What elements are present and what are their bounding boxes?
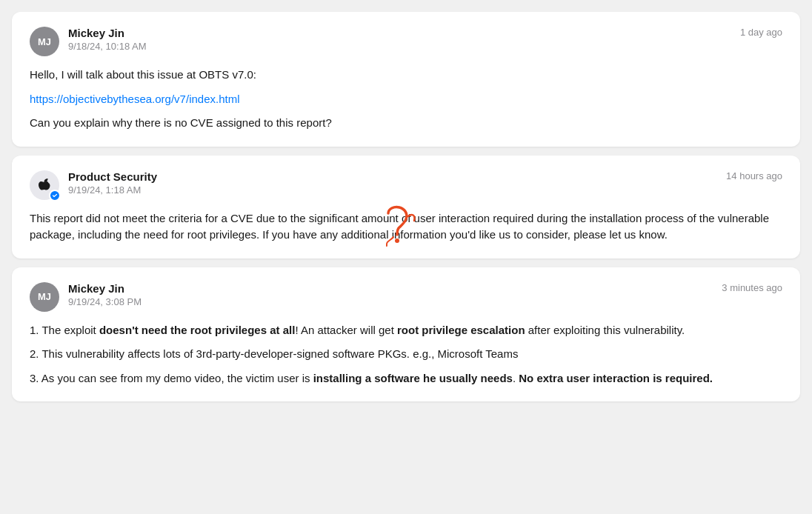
body-item-3-2: 2. This vulnerability affects lots of 3r… xyxy=(30,346,782,363)
body-text-2: This report did not meet the criteria fo… xyxy=(30,210,782,244)
sender-name-3: Mickey Jin xyxy=(68,282,142,295)
header-left-3: MJ Mickey Jin 9/19/24, 3:08 PM xyxy=(30,282,142,312)
sender-name-2: Product Security xyxy=(68,170,157,183)
avatar-2 xyxy=(30,170,59,200)
avatar-3: MJ xyxy=(30,282,59,312)
body-item-3-1: 1. The exploit doesn't need the root pri… xyxy=(30,322,782,339)
message-card-1: MJ Mickey Jin 9/18/24, 10:18 AM 1 day ag… xyxy=(12,12,800,147)
timestamp-3: 9/19/24, 3:08 PM xyxy=(68,296,142,307)
message-card-2: Product Security 9/19/24, 1:18 AM 14 hou… xyxy=(12,156,800,258)
body-text-1b: Can you explain why there is no CVE assi… xyxy=(30,115,782,132)
bold-3: installing a software he usually needs xyxy=(313,372,513,384)
message-body-1: Hello, I will talk about this issue at O… xyxy=(30,67,782,132)
time-ago-3: 3 minutes ago xyxy=(722,282,782,293)
checkmark-icon xyxy=(52,193,58,198)
verified-badge xyxy=(49,190,61,201)
time-ago-2: 14 hours ago xyxy=(726,170,782,181)
avatar-initials-1: MJ xyxy=(38,36,51,47)
message-card-3: MJ Mickey Jin 9/19/24, 3:08 PM 3 minutes… xyxy=(12,267,800,402)
avatar-1: MJ xyxy=(30,27,59,56)
obts-link[interactable]: https://objectivebythesea.org/v7/index.h… xyxy=(30,93,240,105)
message-header-2: Product Security 9/19/24, 1:18 AM 14 hou… xyxy=(30,170,782,200)
header-left-2: Product Security 9/19/24, 1:18 AM xyxy=(30,170,157,200)
body-text-1a: Hello, I will talk about this issue at O… xyxy=(30,67,782,84)
body-link-1: https://objectivebythesea.org/v7/index.h… xyxy=(30,91,782,108)
message-body-3: 1. The exploit doesn't need the root pri… xyxy=(30,322,782,387)
avatar-initials-3: MJ xyxy=(38,291,51,302)
time-ago-1: 1 day ago xyxy=(740,27,782,38)
sender-info-2: Product Security 9/19/24, 1:18 AM xyxy=(68,170,157,196)
sender-name-1: Mickey Jin xyxy=(68,27,147,39)
bold-2: root privilege escalation xyxy=(397,324,525,336)
timestamp-1: 9/18/24, 10:18 AM xyxy=(68,41,147,52)
timestamp-2: 9/19/24, 1:18 AM xyxy=(68,184,157,196)
bold-4: No extra user interaction is required. xyxy=(519,372,713,384)
message-header-3: MJ Mickey Jin 9/19/24, 3:08 PM 3 minutes… xyxy=(30,282,782,312)
message-body-2: This report did not meet the criteria fo… xyxy=(30,210,782,244)
message-header-1: MJ Mickey Jin 9/18/24, 10:18 AM 1 day ag… xyxy=(30,27,782,56)
sender-info-1: Mickey Jin 9/18/24, 10:18 AM xyxy=(68,27,147,52)
header-left-1: MJ Mickey Jin 9/18/24, 10:18 AM xyxy=(30,27,147,56)
sender-info-3: Mickey Jin 9/19/24, 3:08 PM xyxy=(68,282,142,307)
body-item-3-3: 3. As you can see from my demo video, th… xyxy=(30,370,782,387)
bold-1: doesn't need the root privileges at all xyxy=(99,324,295,336)
